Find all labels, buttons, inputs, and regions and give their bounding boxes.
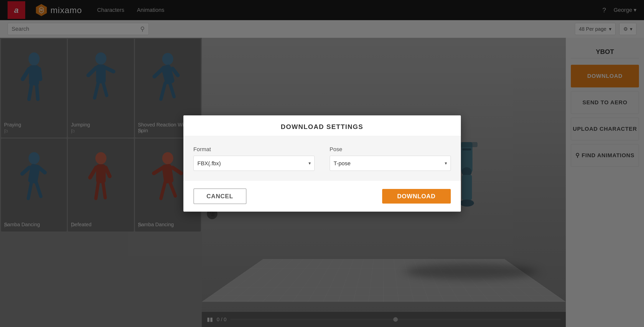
modal-header: DOWNLOAD SETTINGS — [183, 115, 461, 136]
pose-select-wrapper: T-pose Default pose ▾ — [330, 156, 451, 171]
download-settings-modal: DOWNLOAD SETTINGS Format FBX(.fbx) Colla… — [183, 115, 461, 212]
modal-download-button[interactable]: DOWNLOAD — [382, 189, 451, 204]
pose-group: Pose T-pose Default pose ▾ — [330, 146, 451, 171]
modal-footer: CANCEL DOWNLOAD — [183, 181, 461, 212]
cancel-button[interactable]: CANCEL — [193, 188, 246, 204]
modal-title: DOWNLOAD SETTINGS — [193, 123, 451, 131]
format-label: Format — [193, 146, 315, 153]
pose-label: Pose — [330, 146, 451, 153]
pose-select[interactable]: T-pose Default pose — [330, 156, 451, 171]
modal-overlay[interactable]: DOWNLOAD SETTINGS Format FBX(.fbx) Colla… — [0, 0, 644, 327]
modal-body: Format FBX(.fbx) Collada(.dae) BVH(.bvh)… — [183, 136, 461, 181]
format-select[interactable]: FBX(.fbx) Collada(.dae) BVH(.bvh) OBJ(.o… — [193, 156, 315, 171]
format-select-wrapper: FBX(.fbx) Collada(.dae) BVH(.bvh) OBJ(.o… — [193, 156, 315, 171]
format-group: Format FBX(.fbx) Collada(.dae) BVH(.bvh)… — [193, 146, 315, 171]
